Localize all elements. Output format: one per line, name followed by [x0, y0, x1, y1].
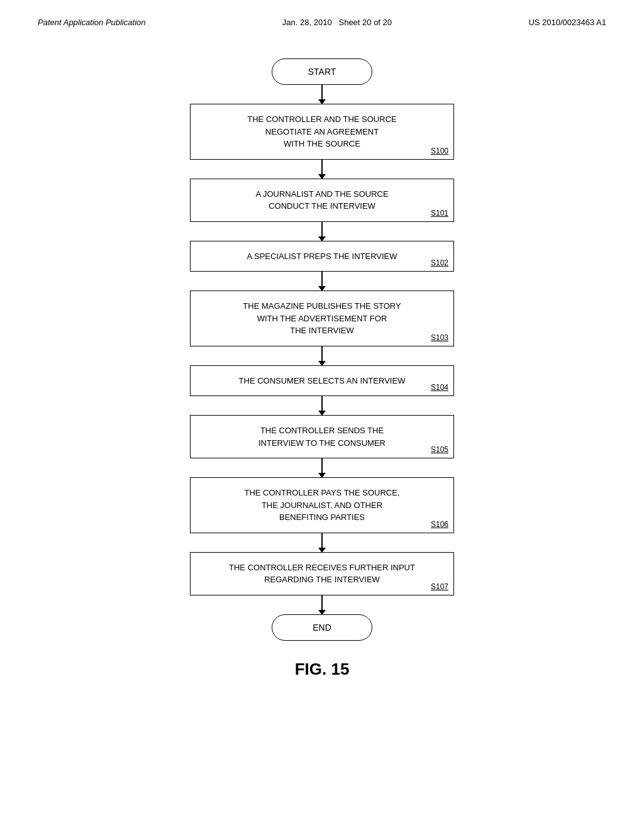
end-node: END — [272, 614, 372, 641]
diagram-container: START THE CONTROLLER AND THE SOURCE NEGO… — [0, 27, 644, 679]
step-s105-text: THE CONTROLLER SENDS THE INTERVIEW TO TH… — [209, 424, 435, 449]
arrow-8 — [321, 595, 323, 614]
step-s100: THE CONTROLLER AND THE SOURCE NEGOTIATE … — [190, 104, 454, 160]
step-s102: A SPECIALIST PREPS THE INTERVIEW S102 — [190, 241, 454, 272]
arrow-1 — [321, 160, 323, 179]
header-publication-label: Patent Application Publication — [38, 18, 146, 27]
step-s106-text: THE CONTROLLER PAYS THE SOURCE, THE JOUR… — [209, 487, 435, 524]
header-patent-number: US 2010/0023463 A1 — [528, 18, 606, 27]
step-s107: THE CONTROLLER RECEIVES FURTHER INPUT RE… — [190, 552, 454, 595]
step-s105: THE CONTROLLER SENDS THE INTERVIEW TO TH… — [190, 415, 454, 458]
step-s103-text: THE MAGAZINE PUBLISHES THE STORY WITH TH… — [209, 300, 435, 337]
arrow-3 — [321, 272, 323, 290]
step-s103: THE MAGAZINE PUBLISHES THE STORY WITH TH… — [190, 290, 454, 346]
step-s104-text: THE CONSUMER SELECTS AN INTERVIEW — [209, 375, 435, 387]
step-s106-label: S106 — [431, 520, 448, 529]
step-s107-text: THE CONTROLLER RECEIVES FURTHER INPUT RE… — [209, 562, 435, 586]
step-s104: THE CONSUMER SELECTS AN INTERVIEW S104 — [190, 365, 454, 397]
step-s104-label: S104 — [431, 383, 448, 392]
arrow-6 — [321, 458, 323, 477]
step-s107-label: S107 — [431, 582, 448, 591]
flowchart: START THE CONTROLLER AND THE SOURCE NEGO… — [190, 58, 454, 641]
step-s103-label: S103 — [431, 333, 448, 342]
start-node: START — [272, 58, 372, 85]
arrow-7 — [321, 533, 323, 552]
step-s100-text: THE CONTROLLER AND THE SOURCE NEGOTIATE … — [209, 113, 435, 150]
step-s102-label: S102 — [431, 258, 448, 267]
arrow-4 — [321, 346, 323, 365]
page-header: Patent Application Publication Jan. 28, … — [0, 0, 644, 27]
header-date: Jan. 28, 2010 — [282, 18, 332, 27]
figure-label: FIG. 15 — [295, 660, 350, 679]
arrow-5 — [321, 396, 323, 415]
step-s106: THE CONTROLLER PAYS THE SOURCE, THE JOUR… — [190, 477, 454, 533]
step-s101-label: S101 — [431, 209, 448, 218]
step-s101-text: A JOURNALIST AND THE SOURCE CONDUCT THE … — [209, 188, 435, 213]
step-s100-label: S100 — [431, 147, 448, 155]
arrow-0 — [321, 85, 323, 104]
arrow-2 — [321, 222, 323, 241]
step-s105-label: S105 — [431, 445, 448, 454]
step-s102-text: A SPECIALIST PREPS THE INTERVIEW — [209, 250, 435, 263]
header-sheet: Sheet 20 of 20 — [338, 18, 392, 27]
step-s101: A JOURNALIST AND THE SOURCE CONDUCT THE … — [190, 179, 454, 222]
header-date-sheet: Jan. 28, 2010 Sheet 20 of 20 — [282, 18, 392, 27]
